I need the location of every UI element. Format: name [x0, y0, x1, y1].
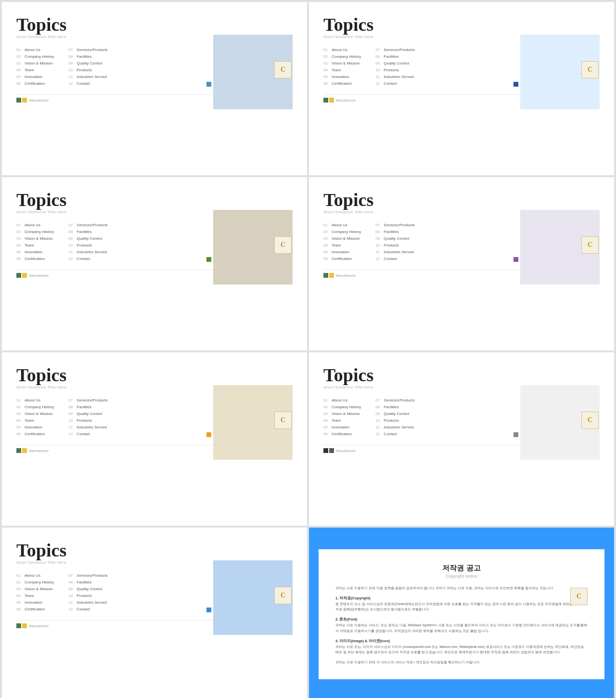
col1-4: 01About Us 02Company History 03Vision & … — [323, 223, 361, 261]
logo-sq-green-2 — [323, 98, 328, 103]
list-item: 05Innovation — [16, 250, 54, 254]
cert-badge-copy: C — [570, 588, 588, 605]
page-card-1: Topics Short Sentence Title Here 01About… — [2, 2, 307, 175]
list-item: 01About Us — [323, 48, 361, 52]
copyright-outro: 귀하는 서로 이용하기 전에 각 서비스의 서비스 약관 • 개인정보 처리방침… — [335, 659, 588, 665]
footer-brand-1: Manufacturer — [29, 99, 49, 102]
copyright-section-title-3: 3. 이미지(Image) & 아이콘(Icon) — [335, 638, 588, 644]
list-item: 12Contact — [375, 257, 414, 261]
list-item: 10Products — [68, 68, 107, 72]
list-item: 05Innovation — [16, 600, 54, 605]
col1-2: 01About Us 02Company History 03Vision & … — [323, 48, 361, 86]
page-card-5: Topics Short Sentence Title Here 01About… — [2, 352, 307, 526]
list-item: 06Certification — [323, 432, 361, 436]
list-item: 03Vision & Mission — [323, 61, 361, 65]
image-block-4: C — [520, 210, 600, 284]
col2-4: 07Services/Products 08Facilities 09Quali… — [375, 223, 414, 261]
list-item: 11Industries Served — [68, 425, 107, 429]
list-item: 04Team — [16, 68, 54, 72]
list-item: 06Certification — [16, 607, 54, 611]
logo-sq-green-5 — [16, 448, 21, 453]
copyright-body: 귀하는 서로 이용하기 전에 이용 정책을 꼼꼼히 검토하셔야 합니다. 귀하가… — [335, 585, 588, 665]
cert-badge-1: C — [274, 61, 292, 78]
list-item: 09Quality Control — [375, 412, 414, 416]
copyright-section-2: 2. 폰트(Font) 귀하는 서로 이용하는 서비스, 또는 폰트는 다음, … — [335, 617, 588, 633]
list-item: 08Facilities — [375, 405, 414, 409]
copyright-intro: 귀하는 서로 이용하기 전에 이용 정책을 꼼꼼히 검토하셔야 합니다. 귀하가… — [335, 585, 588, 591]
copyright-section-body-1: 본 콘텐츠의 요소 및 서비스상의 컨텐츠(Content)에는반드시 저작권법… — [335, 601, 588, 612]
copyright-section-title-1: 1. 저작권(Copyright) — [335, 595, 588, 601]
list-item: 11Industries Served — [375, 75, 414, 79]
list-item: 04Team — [16, 418, 54, 423]
footer-logo-2: Manufacturer — [323, 98, 356, 103]
list-item: 10Products — [375, 418, 414, 423]
footer-logo-5: Manufacturer — [16, 448, 49, 453]
list-item: 10Products — [68, 594, 107, 598]
col1-6: 01About Us 02Company History 03Vision & … — [323, 398, 361, 436]
list-item: 12Contact — [68, 607, 107, 611]
col1-1: 01About Us 02Company History 03Vision & … — [16, 48, 54, 86]
logo-sq-dark-6 — [323, 448, 328, 453]
list-item: 12Contact — [68, 81, 107, 86]
logo-squares-1 — [16, 98, 27, 103]
list-item: 10Products — [375, 68, 414, 72]
col2-1: 07Services/Products 08Facilities 09Quali… — [68, 48, 107, 86]
list-item: 02Company History — [323, 405, 361, 409]
list-item: 08Facilities — [68, 230, 107, 234]
cert-badge-5: C — [274, 412, 292, 429]
list-item: 05Innovation — [323, 75, 361, 79]
footer-logo-7: Manufacturer — [16, 623, 49, 628]
list-item: 03Vision & Mission — [16, 61, 54, 65]
image-block-5: C — [213, 385, 293, 460]
list-item: 02Company History — [16, 230, 54, 234]
page-card-6: Topics Short Sentence Title Here 01About… — [309, 352, 614, 526]
copyright-section-body-3: 귀하는 서로 또는, 이미지 서비스상의 이미지 (mockupworld.co… — [335, 644, 588, 655]
copyright-page: 저작권 공고 Copyright Notice 귀하는 서로 이용하기 전에 이… — [309, 528, 614, 698]
footer-logo-4: Manufacturer — [323, 273, 356, 278]
logo-sq-yellow-3 — [22, 273, 27, 278]
list-item: 12Contact — [375, 81, 414, 86]
list-item: 07Services/Products — [68, 48, 107, 52]
list-item: 07Services/Products — [68, 573, 107, 578]
list-item: 11Industries Served — [375, 425, 414, 429]
list-item: 02Company History — [16, 580, 54, 584]
list-item: 05Innovation — [323, 425, 361, 429]
logo-squares-3 — [16, 273, 27, 278]
list-item: 02Company History — [323, 230, 361, 234]
logo-squares-7 — [16, 623, 27, 628]
accent-dot-6 — [513, 432, 518, 437]
list-item: 04Team — [16, 243, 54, 247]
accent-dot-5 — [206, 432, 211, 437]
list-item: 01About Us — [323, 398, 361, 402]
cert-badge-7: C — [274, 587, 292, 604]
list-item: 09Quality Control — [68, 587, 107, 591]
list-item: 07Services/Products — [68, 398, 107, 402]
list-item: 05Innovation — [16, 75, 54, 79]
cert-badge-2: C — [581, 61, 599, 78]
list-item: 07Services/Products — [375, 223, 414, 227]
image-block-7: C — [213, 560, 293, 635]
cert-badge-4: C — [581, 236, 599, 254]
list-item: 12Contact — [375, 432, 414, 436]
list-item: 11Industries Served — [375, 250, 414, 254]
image-block-2: C — [520, 35, 600, 109]
list-item: 01About Us — [16, 223, 54, 227]
accent-dot-1 — [206, 82, 211, 87]
col1-3: 01About Us 02Company History 03Vision & … — [16, 223, 54, 261]
logo-sq-green-1 — [16, 98, 21, 103]
copyright-inner: 저작권 공고 Copyright Notice 귀하는 서로 이용하기 전에 이… — [319, 549, 604, 680]
image-block-6: C — [520, 385, 600, 460]
list-item: 06Certification — [323, 257, 361, 261]
footer-brand-2: Manufacturer — [336, 99, 356, 102]
accent-dot-3 — [206, 257, 211, 262]
accent-dot-4 — [513, 257, 518, 262]
list-item: 08Facilities — [375, 230, 414, 234]
list-item: 12Contact — [68, 257, 107, 261]
page-card-7: Topics Short Sentence Title Here 01About… — [2, 528, 307, 698]
accent-dot-7 — [206, 608, 211, 612]
footer-brand-4: Manufacturer — [336, 274, 356, 277]
list-item: 03Vision & Mission — [16, 236, 54, 241]
list-item: 08Facilities — [68, 580, 107, 584]
list-item: 11Industries Served — [68, 250, 107, 254]
logo-sq-green-4 — [323, 273, 328, 278]
